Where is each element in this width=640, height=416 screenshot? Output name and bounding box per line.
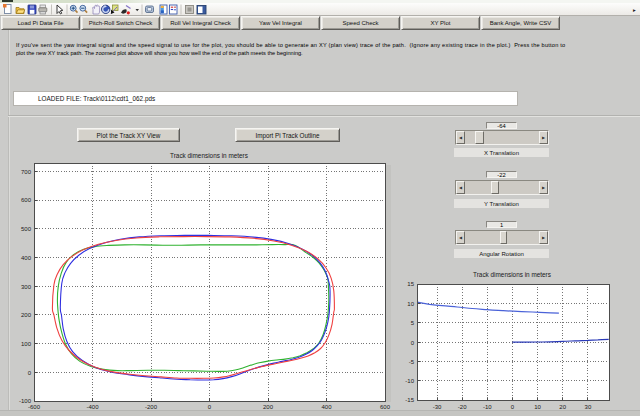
svg-text:5: 5 — [411, 320, 415, 326]
svg-text:15: 15 — [407, 281, 414, 287]
svg-text:Track dimensions in meters: Track dimensions in meters — [473, 271, 551, 278]
svg-text:600: 600 — [21, 197, 32, 203]
svg-text:400: 400 — [21, 255, 32, 261]
svg-text:10: 10 — [407, 301, 414, 307]
svg-text:300: 300 — [21, 284, 32, 290]
svg-text:-15: -15 — [405, 397, 414, 403]
svg-text:700: 700 — [21, 169, 32, 175]
svg-text:-5: -5 — [409, 359, 415, 365]
svg-text:Track dimensions in meters: Track dimensions in meters — [170, 152, 248, 159]
svg-text:0: 0 — [28, 370, 32, 376]
svg-text:-10: -10 — [405, 378, 414, 384]
svg-text:0: 0 — [411, 340, 415, 346]
svg-text:500: 500 — [21, 226, 32, 232]
svg-text:200: 200 — [21, 312, 32, 318]
svg-text:100: 100 — [21, 341, 32, 347]
